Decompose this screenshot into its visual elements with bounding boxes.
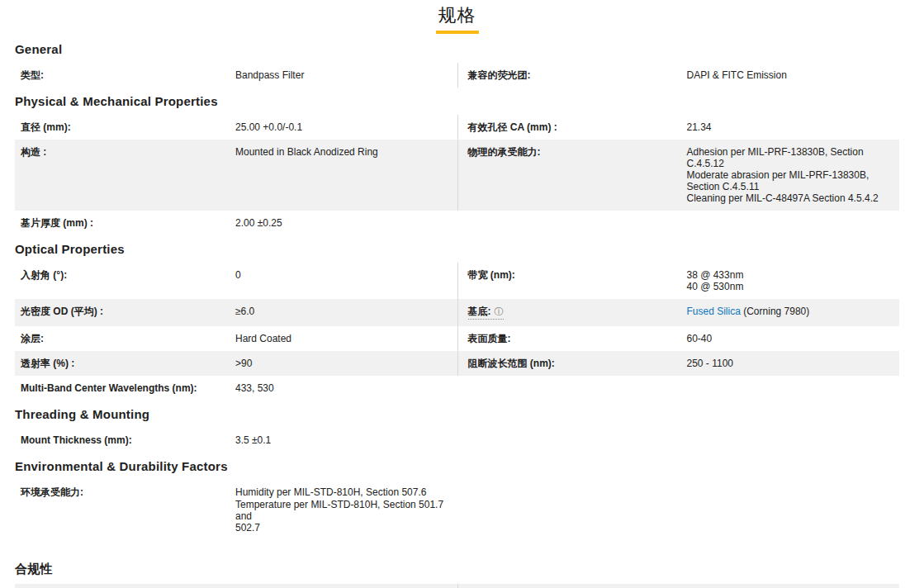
row-right-half: 基底:ⓘFused Silica (Corning 7980): [457, 299, 900, 326]
section-title: Threading & Mounting: [15, 407, 899, 421]
row-right-half: [457, 428, 900, 453]
section-title: Physical & Mechanical Properties: [15, 94, 899, 108]
row-value: DAPI & FITC Emission: [687, 69, 900, 81]
row-left-half: 透射率 (%) :>90: [15, 351, 457, 376]
row-value: Mounted in Black Anodized Ring: [235, 146, 457, 158]
row-value: Hard Coated: [235, 333, 457, 344]
section-title: 合规性: [15, 562, 899, 577]
row-right-half: [457, 211, 900, 235]
row-value: 21.34: [687, 121, 900, 133]
row-value: 2.00 ±0.25: [235, 217, 457, 229]
row-label: 表面质量:: [458, 333, 687, 344]
row-right-half: 物理的承受能力:Adhesion per MIL-PRF-13830B, Sec…: [457, 140, 900, 211]
row-value: Adhesion per MIL-PRF-13830B, Section C.4…: [687, 146, 900, 204]
table-row: 环境承受能力:Humidity per MIL-STD-810H, Sectio…: [15, 480, 899, 539]
row-left-half: 光密度 OD (平均) :≥6.0: [15, 299, 457, 326]
row-label: 入射角 (°):: [15, 269, 235, 281]
table-row: 光密度 OD (平均) :≥6.0基底:ⓘFused Silica (Corni…: [15, 299, 899, 326]
row-value: >90: [235, 358, 457, 369]
table-row: 入射角 (°):0带宽 (nm):38 @ 433nm 40 @ 530nm: [15, 263, 899, 299]
table-row: 透射率 (%) :>90阻断波长范围 (nm):250 - 1100: [15, 351, 899, 376]
row-right-half: 阻断波长范围 (nm):250 - 1100: [457, 351, 900, 376]
row-right-half: 兼容的荧光团:DAPI & FITC Emission: [457, 63, 900, 88]
spec-section: 合规性RoHS 2015:符合标准Certificate of Conforma…: [15, 562, 899, 588]
section-title: Optical Properties: [15, 242, 899, 256]
table-row: Multi-Band Center Wavelengths (nm):433, …: [15, 376, 899, 401]
row-label: 基片厚度 (mm) :: [15, 217, 235, 229]
row-value: ≥6.0: [235, 306, 457, 317]
row-label: 透射率 (%) :: [15, 358, 235, 369]
row-left-half: 入射角 (°):0: [15, 263, 457, 299]
row-label: 涂层:: [15, 333, 235, 344]
row-value: Humidity per MIL-STD-810H, Section 507.6…: [235, 486, 457, 533]
spec-section: Physical & Mechanical Properties直径 (mm):…: [15, 94, 899, 235]
row-left-half: 构造 :Mounted in Black Anodized Ring: [15, 140, 457, 211]
row-left-half: RoHS 2015:符合标准: [15, 584, 457, 588]
row-left-half: Mount Thickness (mm):3.5 ±0.1: [15, 428, 457, 453]
table-row: Mount Thickness (mm):3.5 ±0.1: [15, 428, 899, 453]
table-row: 涂层:Hard Coated表面质量:60-40: [15, 326, 899, 351]
row-label: 兼容的荧光团:: [458, 69, 687, 81]
row-value: 25.00 +0.0/-0.1: [235, 121, 457, 133]
table-row: RoHS 2015:符合标准Certificate of Conformance…: [15, 584, 899, 588]
row-left-half: 涂层:Hard Coated: [15, 326, 457, 351]
row-right-half: [457, 376, 900, 401]
row-label: 阻断波长范围 (nm):: [458, 358, 687, 369]
row-right-half: [457, 480, 900, 539]
info-icon[interactable]: ⓘ: [495, 306, 504, 316]
row-left-half: Multi-Band Center Wavelengths (nm):433, …: [15, 376, 457, 401]
row-label: 直径 (mm):: [15, 121, 235, 133]
row-label: Multi-Band Center Wavelengths (nm):: [15, 382, 235, 394]
row-value: 38 @ 433nm 40 @ 530nm: [687, 269, 900, 292]
row-label: 环境承受能力:: [15, 486, 235, 498]
page-header: 规格: [15, 3, 899, 34]
row-right-half: 表面质量:60-40: [457, 326, 900, 351]
table-row: 基片厚度 (mm) :2.00 ±0.25: [15, 211, 899, 235]
row-label: 基底:ⓘ: [458, 306, 687, 320]
spec-table: General类型:Bandpass Filter兼容的荧光团:DAPI & F…: [15, 42, 899, 588]
table-row: 构造 :Mounted in Black Anodized Ring物理的承受能…: [15, 140, 899, 211]
row-label: 类型:: [15, 69, 235, 81]
row-left-half: 直径 (mm):25.00 +0.0/-0.1: [15, 115, 457, 140]
row-value: Bandpass Filter: [235, 69, 457, 81]
spec-section: General类型:Bandpass Filter兼容的荧光团:DAPI & F…: [15, 42, 899, 88]
row-label: 有效孔径 CA (mm) :: [458, 121, 687, 133]
row-value: 3.5 ±0.1: [235, 434, 457, 446]
spec-section: Environmental & Durability Factors环境承受能力…: [15, 459, 899, 539]
row-label: 构造 :: [15, 146, 235, 158]
row-value: 250 - 1100: [687, 358, 900, 369]
row-right-half: 有效孔径 CA (mm) :21.34: [457, 115, 900, 140]
row-left-half: 基片厚度 (mm) :2.00 ±0.25: [15, 211, 457, 235]
row-value: 0: [235, 269, 457, 281]
row-value: 433, 530: [235, 382, 457, 394]
section-title: General: [15, 42, 899, 56]
row-label: Mount Thickness (mm):: [15, 434, 235, 446]
row-left-half: 类型:Bandpass Filter: [15, 63, 457, 88]
table-row: 直径 (mm):25.00 +0.0/-0.1有效孔径 CA (mm) :21.…: [15, 115, 899, 140]
row-value: 60-40: [687, 333, 900, 344]
row-value: Fused Silica (Corning 7980): [687, 306, 900, 317]
row-left-half: 环境承受能力:Humidity per MIL-STD-810H, Sectio…: [15, 480, 457, 539]
row-label: 物理的承受能力:: [458, 146, 687, 158]
table-row: 类型:Bandpass Filter兼容的荧光团:DAPI & FITC Emi…: [15, 63, 899, 88]
spec-section: Threading & MountingMount Thickness (mm)…: [15, 407, 899, 453]
row-right-half: 带宽 (nm):38 @ 433nm 40 @ 530nm: [457, 263, 900, 299]
spec-section: Optical Properties入射角 (°):0带宽 (nm):38 @ …: [15, 242, 899, 401]
section-title: Environmental & Durability Factors: [15, 459, 899, 473]
page-title: 规格: [436, 3, 479, 34]
row-right-half: Certificate of Conformance:浏览: [457, 584, 900, 588]
value-link-suffix: (Corning 7980): [741, 306, 809, 317]
value-link[interactable]: Fused Silica: [687, 306, 741, 317]
row-label: 光密度 OD (平均) :: [15, 306, 235, 317]
row-label: 带宽 (nm):: [458, 269, 687, 281]
